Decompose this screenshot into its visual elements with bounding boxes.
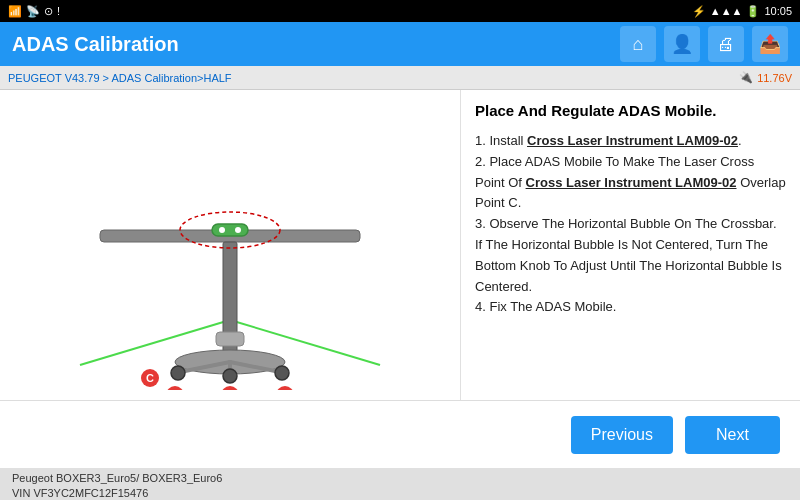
- svg-text:C: C: [146, 372, 154, 384]
- vehicle-info: Peugeot BOXER3_Euro5/ BOXER3_Euro6 VIN V…: [12, 471, 222, 500]
- info-bar: Peugeot BOXER3_Euro5/ BOXER3_Euro6 VIN V…: [0, 468, 800, 500]
- svg-point-13: [171, 366, 185, 380]
- svg-text:2: 2: [227, 389, 233, 390]
- svg-rect-6: [212, 224, 248, 236]
- header-icon-group: ⌂ 👤 🖨 📤: [620, 26, 788, 62]
- signal-bars-icon: ▲▲▲: [710, 5, 743, 17]
- step1-link: Cross Laser Instrument LAM09-02: [527, 133, 738, 148]
- text-panel: Place And Regulate ADAS Mobile. 1. Insta…: [460, 90, 800, 400]
- user-button[interactable]: 👤: [664, 26, 700, 62]
- time-display: 10:05: [764, 5, 792, 17]
- svg-rect-16: [216, 332, 244, 346]
- next-button[interactable]: Next: [685, 416, 780, 454]
- svg-text:3: 3: [282, 389, 288, 390]
- instruction-body: 1. Install Cross Laser Instrument LAM09-…: [475, 131, 786, 318]
- image-panel: 1 2 3 C: [0, 90, 460, 400]
- instruction-title: Place And Regulate ADAS Mobile.: [475, 102, 786, 119]
- signal-icon: 📶: [8, 5, 22, 18]
- app-title: ADAS Calibration: [12, 33, 179, 56]
- user-icon: 👤: [671, 33, 693, 55]
- home-icon: ⌂: [633, 34, 644, 55]
- button-bar: Previous Next: [0, 400, 800, 468]
- vehicle-model: Peugeot BOXER3_Euro5/ BOXER3_Euro6: [12, 471, 222, 486]
- battery-icon: 🔋: [746, 5, 760, 18]
- svg-point-15: [223, 369, 237, 383]
- svg-point-14: [275, 366, 289, 380]
- print-button[interactable]: 🖨: [708, 26, 744, 62]
- battery-indicator-icon: 🔌: [739, 71, 753, 84]
- status-bar: 📶 📡 ⊙ ! ⚡ ▲▲▲ 🔋 10:05: [0, 0, 800, 22]
- clock-icon: ⊙: [44, 5, 53, 18]
- export-icon: 📤: [759, 33, 781, 55]
- svg-point-8: [235, 227, 241, 233]
- main-content: 1 2 3 C Place And Regulate ADAS Mobile. …: [0, 90, 800, 400]
- svg-text:1: 1: [172, 389, 178, 390]
- export-button[interactable]: 📤: [752, 26, 788, 62]
- breadcrumb-bar: PEUGEOT V43.79 > ADAS Calibration>HALF 🔌…: [0, 66, 800, 90]
- wifi-icon: 📡: [26, 5, 40, 18]
- battery-info: 🔌 11.76V: [739, 71, 792, 84]
- vehicle-vin: VIN VF3YC2MFC12F15476: [12, 486, 222, 500]
- home-button[interactable]: ⌂: [620, 26, 656, 62]
- print-icon: 🖨: [717, 34, 735, 55]
- alert-icon: !: [57, 5, 60, 17]
- previous-button[interactable]: Previous: [571, 416, 673, 454]
- svg-point-7: [219, 227, 225, 233]
- adas-diagram: 1 2 3 C: [20, 100, 440, 390]
- status-right-icons: ⚡ ▲▲▲ 🔋 10:05: [692, 5, 792, 18]
- bluetooth-icon: ⚡: [692, 5, 706, 18]
- breadcrumb: PEUGEOT V43.79 > ADAS Calibration>HALF: [8, 72, 232, 84]
- app-header: ADAS Calibration ⌂ 👤 🖨 📤: [0, 22, 800, 66]
- status-left-icons: 📶 📡 ⊙ !: [8, 5, 60, 18]
- step2-link: Cross Laser Instrument LAM09-02: [526, 175, 737, 190]
- battery-voltage: 11.76V: [757, 72, 792, 84]
